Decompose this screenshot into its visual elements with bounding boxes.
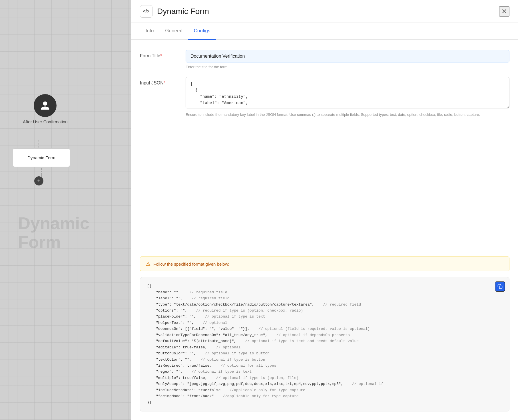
- warning-triangle-icon: ⚠: [146, 261, 150, 267]
- canvas-grid: [0, 0, 131, 420]
- plus-icon: +: [37, 178, 41, 184]
- form-node-box[interactable]: Dynamic Form: [13, 148, 70, 167]
- form-title-hint: Enter the title for the form.: [186, 65, 509, 69]
- canvas-watermark: DynamicForm: [18, 214, 89, 252]
- input-json-label: Input JSON*: [140, 77, 186, 86]
- code-block-content: [{ "name": "", // required field "label"…: [147, 283, 502, 405]
- svg-rect-0: [499, 286, 502, 289]
- tab-general[interactable]: General: [159, 23, 188, 40]
- form-title-field-wrapper: Enter the title for the form.: [186, 50, 509, 69]
- input-json-field-wrapper: [ { "name": "ethnicity", "label": "Ameri…: [186, 77, 509, 118]
- canvas-area: After User Confirmation Dynamic Form + D…: [0, 0, 131, 420]
- input-json-row: Input JSON* [ { "name": "ethnicity", "la…: [140, 77, 509, 118]
- code-block-wrapper: [{ "name": "", // required field "label"…: [140, 277, 509, 411]
- user-node-label: After User Confirmation: [23, 119, 68, 124]
- dynamic-form-node[interactable]: Dynamic Form: [13, 148, 70, 167]
- add-button[interactable]: +: [34, 176, 43, 185]
- close-button[interactable]: ✕: [499, 6, 509, 17]
- form-title-row: Form Title* Enter the title for the form…: [140, 50, 509, 69]
- avatar: [34, 94, 57, 117]
- code-icon-button[interactable]: </>: [140, 5, 152, 18]
- tabs-bar: Info General Configs: [131, 23, 518, 40]
- connector-bottom: [41, 168, 42, 177]
- warning-text: Follow the specified format given below:: [153, 262, 229, 266]
- code-brackets-icon: </>: [143, 9, 149, 14]
- add-button-node[interactable]: +: [34, 176, 43, 185]
- input-json-textarea[interactable]: [ { "name": "ethnicity", "label": "Ameri…: [186, 77, 509, 108]
- tab-configs[interactable]: Configs: [188, 23, 216, 40]
- tab-info[interactable]: Info: [140, 23, 159, 40]
- user-node: After User Confirmation: [23, 94, 68, 124]
- panel-title: Dynamic Form: [157, 7, 209, 16]
- input-json-hint: Ensure to include the mandatory key labe…: [186, 112, 509, 118]
- required-star-json: *: [164, 80, 165, 85]
- panel-header: </> Dynamic Form ✕: [131, 0, 518, 23]
- form-title-input[interactable]: [186, 50, 509, 62]
- close-icon: ✕: [501, 7, 507, 15]
- form-title-label: Form Title*: [140, 50, 186, 58]
- form-node-label: Dynamic Form: [27, 155, 55, 160]
- config-panel: </> Dynamic Form ✕ Info General Configs …: [131, 0, 518, 420]
- warning-box: ⚠ Follow the specified format given belo…: [140, 257, 509, 271]
- form-content: Form Title* Enter the title for the form…: [131, 40, 518, 257]
- copy-button[interactable]: [495, 281, 505, 292]
- required-star: *: [160, 53, 162, 58]
- header-left: </> Dynamic Form: [140, 5, 209, 18]
